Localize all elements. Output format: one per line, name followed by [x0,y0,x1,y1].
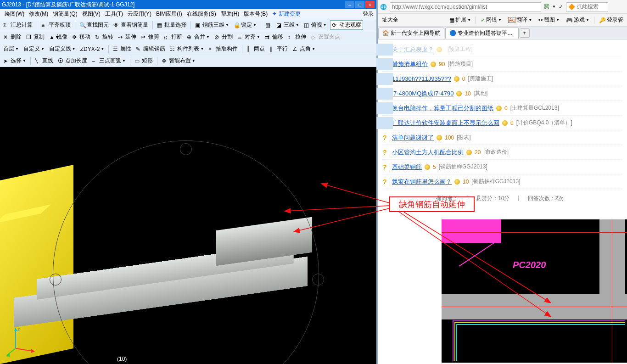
new-tab-button[interactable]: + [520,28,530,38]
btn-break[interactable]: ⎌打断 [162,33,184,41]
btn-summary[interactable]: Σ汇总计算 [2,21,34,29]
url-input[interactable]: http://www.fwxgx.com/question/giml/list [390,2,541,11]
btn-dynamic-orbit[interactable]: ⟳动态观察 [330,20,363,30]
qa-item[interactable]: ?广联达计价软件安装桌面上不显示怎么回0[计价GBQ4.0（清单）] [383,116,622,130]
btn-games[interactable]: 🎮游戏▼ [564,16,591,24]
menu-new-change[interactable]: ✦ 新建变更 [270,9,302,19]
dd-custom[interactable]: 自定义 ▼ [22,45,46,53]
btn-properties[interactable]: ☰属性 [112,45,133,53]
qa-link[interactable]: 清单问题谢谢了 [392,134,434,142]
btn-batch-select[interactable]: ▦批量选择 [156,21,188,29]
menu-rebar-qty[interactable]: 钢筋量(Q) [51,9,79,19]
qa-item[interactable]: ?基础梁钢筋5[钢筋抽样GGJ2013] [383,160,622,174]
title-bar[interactable]: GJ2013 - [D:\预结算及摘筋\广联达摘筋\调试-1.GGJ12] – … [0,0,376,9]
menu-help[interactable]: 帮助(H) [219,9,241,19]
orbit-handle-w[interactable] [50,274,62,286]
orbit-circle[interactable] [53,140,319,364]
btn-component-list[interactable]: ☷构件列表▼ [168,45,205,53]
btn-point-len[interactable]: ⦿点加长度 [56,56,89,65]
btn-translate[interactable]: Aa翻译▼ [506,16,534,24]
btn-align[interactable]: ≣对齐▼ [236,33,262,41]
qa-item[interactable]: ?换台电脑操作，算量工程已分割的图纸0[土建算量GCL2013] [383,101,622,116]
btn-mirror[interactable]: ▲▼镜像 [48,33,69,41]
login-link[interactable]: 登录 [363,10,374,18]
btn-select[interactable]: ➤选择▼ [2,56,28,65]
close-button[interactable]: × [365,1,375,8]
tab-navigation[interactable]: 🏠 新一代安全上网导航 [378,28,444,39]
btn-threepoint-arc[interactable]: ⌢三点画弧▼ [90,56,127,65]
go-icon[interactable]: 腾 [544,3,549,11]
3d-viewport[interactable]: z (10) [0,67,376,364]
dd-zdyx2[interactable]: ZDYX-2 ▼ [79,45,106,53]
btn-screenshot[interactable]: ✂截图▼ [537,16,561,24]
btn-top-view[interactable]: ◫俯视▼ [302,21,328,29]
btn-find-element[interactable]: 🔍查找图元 [78,21,110,29]
orbit-handle-e[interactable] [312,274,324,286]
btn-join[interactable]: ⊕合并▼ [185,33,211,41]
btn-rebar-3d[interactable]: ▣钢筋三维▼ [194,21,230,29]
orbit-icon: ⟳ [332,22,338,28]
btn-netbank[interactable]: ✓网银▼ [479,16,504,24]
btn-login-mgr[interactable]: 🔑登录管 [597,16,625,24]
btn-pick-component[interactable]: ⌖拾取构件 [207,45,239,53]
btn-ext[interactable]: ▦扩展▼ [448,16,473,24]
search-input[interactable]: 🔶 点此搜索 [566,2,608,11]
dd-custom-line[interactable]: 自定义线 ▼ [48,45,77,53]
btn-line[interactable]: ╲直线 [34,56,55,65]
orbit-handle-n[interactable] [180,143,192,155]
qa-link[interactable]: 小区管沟土方人机配合比例 [392,148,464,157]
btn-two-points[interactable]: ┃两点 [245,45,266,53]
menu-cloud[interactable]: 云应用(Y) [126,9,153,19]
btn-extend[interactable]: ⇢延伸 [117,33,138,41]
btn-move[interactable]: ✥移动 [71,33,92,41]
qa-item[interactable]: ?飘窗在钢筋里怎么画？10[钢筋抽样GGJ2013] [383,174,622,189]
menu-view[interactable]: 视图(V) [80,9,102,19]
btn-smart-place[interactable]: ❖智能布置▼ [160,56,197,65]
menu-online[interactable]: 在线服务(S) [185,9,218,19]
btn-delete[interactable]: ✕删除 [2,33,23,41]
edit-rebar-icon: ✎ [136,46,142,52]
qa-item[interactable]: ?清单问题谢谢了100[报表] [383,130,622,145]
qa-item[interactable]: ?小区管沟土方人机配合比例20[市政造价] [383,145,622,160]
btn-rect[interactable]: ▭矩形 [133,56,154,65]
qa-item[interactable]: ?关于汇总表度？[预算工程] [383,42,622,57]
qa-link[interactable]: 基础梁钢筋 [392,163,422,171]
menu-version[interactable]: 版本号(B) [242,9,269,19]
menu-draw[interactable]: 绘图(W) [3,9,26,19]
btn-lock[interactable]: 🔒锁定▼ [232,21,258,29]
btn-parallel[interactable]: ∥平行 [268,45,289,53]
btn-copy[interactable]: ❐复制 [25,33,46,41]
btn-trim[interactable]: ✂修剪 [140,33,161,41]
btn-view-rebar-qty[interactable]: 👁查看钢筋量 [112,21,150,29]
copy-icon: ❐ [26,34,33,40]
menu-modify[interactable]: 修改(M) [27,9,50,19]
qa-link[interactable]: 关于汇总表度？ [392,45,434,54]
toolbar-row-1: Σ汇总计算 ≡平齐板顶 🔍查找图元 👁查看钢筋量 ▦批量选择 ▣钢筋三维▼ 🔒锁… [0,19,376,31]
qa-item[interactable]: ?i7-4800MQ换成I7-479010[其他] [383,86,622,101]
btn-rotate[interactable]: ↻旋转 [94,33,115,41]
menu-bim[interactable]: BIM应用(I) [154,9,184,19]
qa-link[interactable]: 换台电脑操作，算量工程已分割的图纸 [392,104,493,112]
maximize-button[interactable]: □ [355,1,364,8]
qa-link[interactable]: 飘窗在钢筋里怎么画？ [392,178,452,186]
qa-link[interactable]: 11J930h??11J935??? [392,75,451,82]
btn-level-to-slab[interactable]: ≡平齐板顶 [40,21,72,29]
qa-link[interactable]: 广联达计价软件安装桌面上不显示怎么回 [392,119,499,127]
tab-qa-platform[interactable]: 🔵 专业造价问题答疑平台-广联达/... [445,28,519,39]
refresh-icon[interactable]: ✓ [559,4,563,10]
icon-cage[interactable]: ▧ [264,22,273,29]
qa-link[interactable]: i7-4800MQ换成I7-4790 [392,90,453,98]
minimize-button[interactable]: – [345,1,354,8]
btn-split[interactable]: ⊘分割 [213,33,234,41]
dd-floor[interactable]: 首层 ▼ [2,45,20,53]
btn-point-angle[interactable]: ∠点角▼ [291,45,317,53]
btn-sites-full[interactable]: 址大全 [380,16,400,24]
btn-stretch[interactable]: ↕拉伸 [286,33,308,41]
btn-offset[interactable]: ⇉偏移 [263,33,285,41]
menu-tools[interactable]: 工具(T) [103,9,125,19]
qa-link[interactable]: 措施清单组价 [392,60,428,68]
qa-item[interactable]: ?措施清单组价90[措施项目] [383,57,622,72]
qa-item[interactable]: ?11J930h??11J935???0[房建施工] [383,72,622,86]
btn-edit-rebar[interactable]: ✎编辑钢筋 [134,45,167,53]
btn-3d[interactable]: ◪三维▼ [275,21,301,29]
